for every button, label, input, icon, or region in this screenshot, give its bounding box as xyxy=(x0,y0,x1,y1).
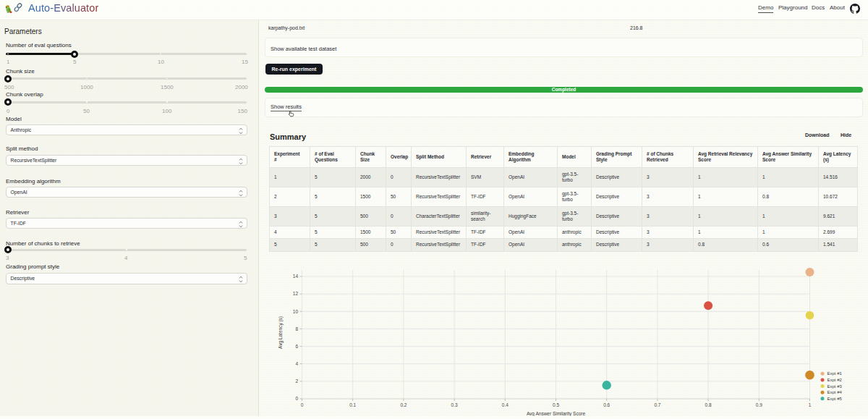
svg-text:1: 1 xyxy=(809,402,812,407)
svg-text:10: 10 xyxy=(293,309,299,314)
svg-text:0.9: 0.9 xyxy=(756,402,762,407)
svg-text:0.4: 0.4 xyxy=(502,402,509,407)
svg-text:0.3: 0.3 xyxy=(451,402,458,407)
svg-text:0.2: 0.2 xyxy=(400,402,407,407)
svg-text:0.8: 0.8 xyxy=(705,402,712,407)
svg-text:0: 0 xyxy=(295,396,298,401)
svg-text:12: 12 xyxy=(293,291,299,296)
svg-text:14: 14 xyxy=(293,274,299,279)
svg-text:0.6: 0.6 xyxy=(603,402,610,407)
svg-text:Expt #4: Expt #4 xyxy=(827,390,843,394)
svg-text:0.7: 0.7 xyxy=(654,402,660,407)
svg-text:8: 8 xyxy=(295,326,298,331)
svg-text:0.1: 0.1 xyxy=(349,402,356,407)
svg-text:4: 4 xyxy=(295,361,298,366)
svg-text:Avg Latency (s): Avg Latency (s) xyxy=(278,316,284,349)
svg-text:Expt #3: Expt #3 xyxy=(827,384,843,389)
svg-text:0.5: 0.5 xyxy=(553,402,559,407)
svg-text:6: 6 xyxy=(295,344,298,349)
svg-text:Expt #2: Expt #2 xyxy=(827,378,843,382)
svg-text:2: 2 xyxy=(295,378,298,384)
svg-text:Expt #1: Expt #1 xyxy=(827,371,843,376)
svg-text:Expt #5: Expt #5 xyxy=(827,397,843,401)
svg-text:0: 0 xyxy=(301,402,304,407)
